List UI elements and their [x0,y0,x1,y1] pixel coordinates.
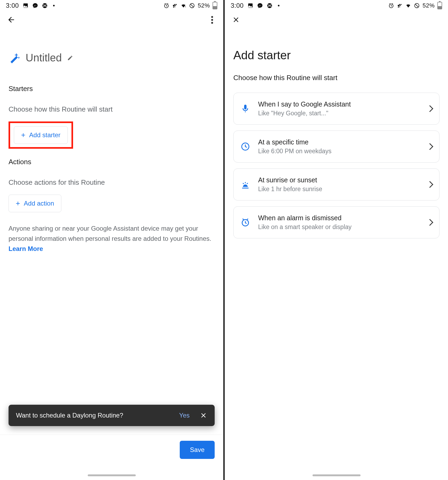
sunrise-icon [241,180,250,189]
chevron-right-icon [426,181,433,188]
page-subtitle: Choose how this Routine will start [233,74,439,82]
back-button[interactable] [6,14,17,25]
option-title: When I say to Google Assistant [258,100,427,108]
status-bar: 3:00 52% [225,0,448,11]
routine-title-row[interactable]: Untitled [9,52,215,64]
battery-icon [437,2,442,9]
more-dot-icon [53,5,55,6]
mute-vibrate-icon [172,3,178,9]
add-action-label: Add action [24,200,54,207]
starter-option-time[interactable]: At a specific time Like 6:00 PM on weekd… [233,131,439,163]
battery-text: 52% [422,2,435,9]
wifi-icon [405,3,411,9]
starters-subtitle: Choose how this Routine will start [9,105,215,113]
starters-heading: Starters [9,85,215,93]
phone-left: 3:00 52% Untitled Starters Ch [0,0,223,480]
mute-vibrate-icon [397,3,403,9]
app-bar [0,11,223,28]
option-subtitle: Like "Hey Google, start..." [258,110,427,117]
close-button[interactable] [231,14,241,25]
annotation-highlight: + Add starter [9,121,73,149]
app-bar [225,11,448,28]
page-title: Add starter [233,49,439,62]
messenger-icon [32,3,38,9]
alarm-icon [388,3,394,9]
actions-heading: Actions [9,158,215,166]
starter-option-alarm[interactable]: When an alarm is dismissed Like on a sma… [233,206,439,238]
option-subtitle: Like 6:00 PM on weekdays [258,148,427,155]
option-title: At sunrise or sunset [258,176,427,184]
learn-more-link[interactable]: Learn More [9,245,43,252]
status-bar: 3:00 52% [0,0,223,11]
chevron-right-icon [426,105,433,112]
snackbar-close-button[interactable] [200,412,207,419]
add-starter-button[interactable]: + Add starter [14,126,68,144]
add-starter-label: Add starter [29,131,60,139]
info-text: Anyone sharing or near your Google Assis… [9,223,215,254]
overflow-menu-button[interactable] [207,14,217,25]
option-subtitle: Like on a smart speaker or display [258,223,427,231]
snackbar-yes-button[interactable]: Yes [179,412,190,419]
actions-subtitle: Choose actions for this Routine [9,178,215,187]
gesture-handle [313,474,361,476]
chevron-right-icon [426,143,433,150]
gallery-icon [247,3,253,9]
clock-icon [241,142,250,151]
dnd-icon [414,3,420,9]
phone-right: 3:00 52% Add starter Choose how this Rou… [225,0,448,480]
starter-option-sunrise[interactable]: At sunrise or sunset Like 1 hr before su… [233,168,439,200]
wifi-icon [181,3,186,9]
gesture-handle [88,474,136,476]
clock-text: 3:00 [6,2,19,9]
svg-point-1 [42,3,47,8]
option-title: At a specific time [258,138,427,146]
svg-point-6 [267,3,272,8]
sport-icon [42,3,48,9]
add-action-button[interactable]: + Add action [9,195,61,212]
wand-icon [9,52,20,64]
clock-text: 3:00 [231,2,244,9]
routine-title: Untitled [26,52,62,64]
messenger-icon [257,3,263,9]
footer-bar: Save [0,435,223,480]
battery-icon [213,2,217,9]
dnd-icon [189,3,195,9]
alarm-clock-icon [241,218,250,227]
save-button[interactable]: Save [180,441,215,459]
snackbar: Want to schedule a Daylong Routine? Yes [9,405,215,426]
alarm-icon [163,3,169,9]
edit-icon[interactable] [67,55,73,61]
sport-icon [267,3,273,9]
mic-icon [241,104,250,113]
option-subtitle: Like 1 hr before sunrise [258,186,427,193]
option-title: When an alarm is dismissed [258,214,427,222]
starter-option-voice[interactable]: When I say to Google Assistant Like "Hey… [233,93,439,125]
chevron-right-icon [426,219,433,226]
more-dot-icon [278,5,279,6]
battery-text: 52% [198,2,210,9]
gallery-icon [23,3,29,9]
snackbar-text: Want to schedule a Daylong Routine? [16,412,179,419]
